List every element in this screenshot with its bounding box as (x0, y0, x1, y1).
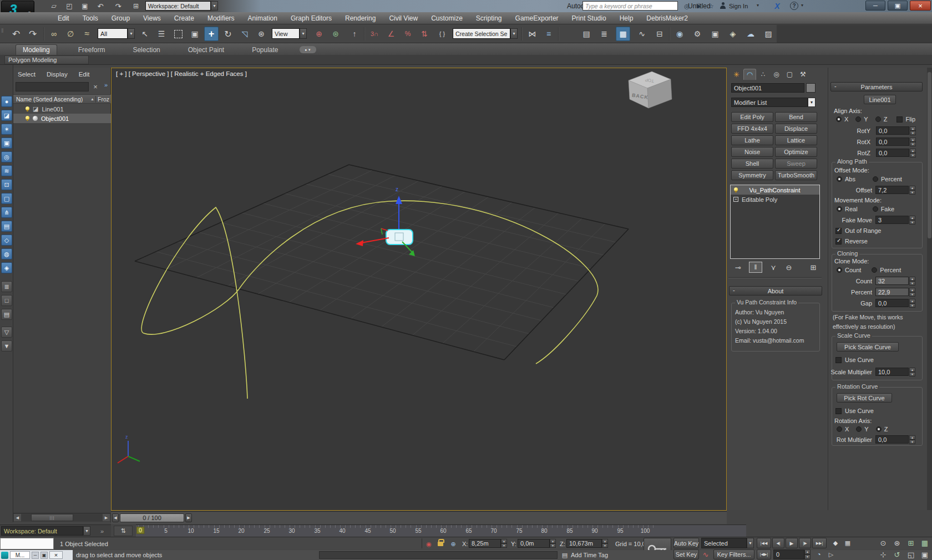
select-cursor-icon[interactable]: ▷ (825, 549, 837, 559)
menu-create[interactable]: Create (174, 14, 194, 22)
filter-cameras-icon[interactable]: ▣ (1, 138, 12, 149)
filter-containers-icon[interactable]: ▤ (1, 221, 12, 232)
time-ruler[interactable]: 0 5 10 15 20 25 30 35 40 45 50 55 60 65 … (136, 525, 746, 537)
go-to-start-button[interactable]: |◀◀ (757, 538, 771, 548)
expand-icon[interactable]: + (733, 197, 738, 202)
use-pivot-center-icon[interactable]: ⊕ (312, 27, 326, 41)
current-frame-field[interactable]: 0 (773, 549, 804, 559)
filter-geometry-shapes-icon[interactable]: ⊡ (1, 179, 12, 190)
tab-object-paint[interactable]: Object Paint (181, 45, 231, 55)
prompt-entry-field[interactable] (319, 551, 558, 559)
configure-modifier-sets-icon[interactable]: ⊞ (807, 262, 820, 273)
rot-x-radio[interactable] (837, 426, 842, 432)
out-of-range-checkbox[interactable] (835, 228, 842, 234)
filter-bones-icon[interactable]: ⋔ (1, 207, 12, 218)
show-end-result-icon[interactable]: ‖ (749, 262, 762, 273)
workspace-field[interactable]: Workspace: Default (1, 526, 83, 536)
lock-selection-icon[interactable] (438, 539, 443, 546)
render-production-icon[interactable]: ◈ (726, 27, 740, 41)
tab-freeform[interactable]: Freeform (72, 45, 112, 55)
schematic-view-icon[interactable]: ⊟ (652, 27, 667, 41)
roty-spinner[interactable]: ▲▼ (910, 126, 916, 135)
mod-sweep-button[interactable]: Sweep (775, 159, 817, 169)
zoom-extents-all-icon[interactable]: ▦ (919, 538, 931, 548)
x-coord-spinner[interactable]: ▲▼ (501, 539, 507, 548)
mod-lattice-button[interactable]: Lattice (775, 135, 817, 145)
hide-toggle-icon[interactable] (26, 116, 29, 121)
rot-z-radio[interactable] (876, 426, 882, 432)
explorer-overflow-icon[interactable]: » (102, 81, 110, 89)
auto-key-button[interactable]: Auto Key (673, 538, 699, 548)
listener-title-button[interactable]: M... (10, 551, 30, 559)
explorer-menu-display[interactable]: Display (47, 71, 68, 78)
parameters-rollout-header[interactable]: -Parameters (830, 82, 923, 91)
fake-radio[interactable] (873, 206, 878, 212)
select-placement-icon[interactable]: ⊛ (254, 27, 269, 41)
pick-rot-curve-button[interactable]: Pick Rot Curve (837, 393, 892, 403)
previous-frame-button[interactable]: ◀| (772, 538, 784, 548)
rot-y-radio[interactable] (856, 426, 862, 432)
menu-modifiers[interactable]: Modifiers (207, 14, 235, 22)
scroll-left-icon[interactable]: ◀ (14, 514, 21, 521)
filter-lights-icon[interactable]: ✶ (1, 124, 12, 135)
next-frame-button[interactable]: |▶ (799, 538, 811, 548)
maximize-viewport-icon[interactable]: ▣ (919, 549, 931, 559)
real-radio[interactable] (837, 206, 842, 212)
selection-filter-select[interactable]: All (98, 28, 128, 39)
send-feedback-icon[interactable]: ▶ (695, 2, 703, 11)
stack-row-pathconstraint[interactable]: Vu_PathConstraint (731, 185, 819, 195)
workspace-select[interactable]: Workspace: Default (145, 1, 211, 11)
about-rollout-header[interactable]: -About (729, 286, 822, 296)
redo-scene-icon[interactable]: ↷ (26, 27, 40, 41)
viewcube[interactable]: TOP BACK (629, 72, 672, 108)
redo-icon[interactable]: ↷ (111, 0, 125, 12)
edit-named-sets-icon[interactable]: { } (435, 27, 449, 41)
rotx-field[interactable]: 0,0 (876, 138, 909, 146)
tab-populate[interactable]: Populate (245, 45, 285, 55)
maxscript-mini-listener[interactable] (0, 538, 54, 549)
select-object-icon[interactable]: ↖ (138, 27, 152, 41)
align-y-radio[interactable] (855, 116, 861, 122)
open-file-icon[interactable]: ◰ (62, 0, 77, 12)
menu-customize[interactable]: Customize (431, 14, 463, 22)
percent-radio[interactable] (873, 176, 878, 182)
search-input[interactable] (582, 1, 678, 11)
key-mode-toggle-icon[interactable]: ▦ (842, 538, 853, 548)
abs-radio[interactable] (837, 176, 842, 182)
layer-manager-icon[interactable]: ≣ (597, 27, 611, 41)
roty-field[interactable]: 0,0 (876, 126, 909, 135)
x-coord-field[interactable]: 8,25m (469, 539, 501, 548)
selection-set-caret-icon[interactable]: ▾ (747, 538, 754, 548)
menu-gameexporter[interactable]: GameExporter (515, 14, 559, 22)
tab-create-icon[interactable]: ✳ (730, 69, 743, 80)
sign-in-label[interactable]: Sign In (729, 3, 748, 9)
key-filters-curve-icon[interactable]: ∿ (700, 549, 711, 559)
panel-scrollbar[interactable] (927, 68, 932, 510)
mod-bend-button[interactable]: Bend (775, 112, 817, 122)
selection-filter-caret-icon[interactable]: ▾ (128, 28, 135, 39)
scale-multiplier-field[interactable]: 10,0 (875, 368, 909, 376)
select-link-icon[interactable]: ∞ (47, 27, 61, 41)
time-slider[interactable]: 0 / 100 (120, 513, 184, 522)
viewport-canvas[interactable]: z TOP BACK (112, 68, 726, 510)
mod-shell-button[interactable]: Shell (731, 159, 773, 169)
listener-restore-icon[interactable]: ▣ (40, 552, 48, 559)
new-key-icon[interactable]: ◆ (830, 538, 841, 548)
workspace-field-caret-icon[interactable]: ▾ (83, 526, 90, 536)
move-gizmo[interactable]: z (356, 186, 415, 256)
new-file-icon[interactable]: ▱ (47, 0, 61, 12)
stack-row-editable-poly[interactable]: + Editable Poly (731, 195, 819, 204)
pick-path-button[interactable]: Line001 (864, 95, 896, 104)
orbit-view-icon[interactable]: ↺ (891, 549, 903, 559)
scale-multiplier-spinner[interactable]: ▲▼ (909, 368, 915, 376)
mod-noise-button[interactable]: Noise (731, 147, 773, 157)
rotx-spinner[interactable]: ▲▼ (910, 138, 916, 146)
listener-minimize-icon[interactable]: ─ (32, 552, 39, 559)
undo-icon[interactable]: ↶ (93, 0, 108, 12)
filter-hidden-icon[interactable]: ◍ (1, 248, 12, 259)
mod-edit-poly-button[interactable]: Edit Poly (731, 112, 773, 122)
count-radio[interactable] (837, 267, 842, 273)
selection-set-filter[interactable]: Selected (701, 538, 747, 548)
project-folder-icon[interactable]: ⊞ (129, 0, 143, 12)
menu-tools[interactable]: Tools (83, 14, 98, 22)
